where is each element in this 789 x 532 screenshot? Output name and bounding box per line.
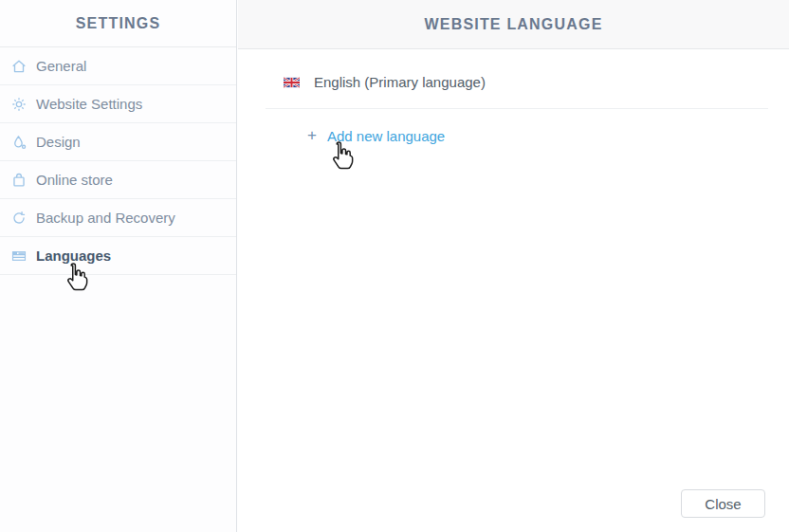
- language-row: English (Primary language): [266, 49, 768, 109]
- language-list: English (Primary language) + Add new lan…: [238, 49, 789, 145]
- paint-drop-icon: [9, 133, 28, 152]
- sidebar-item-list: General Website Settings Design Online s…: [0, 47, 236, 275]
- uk-flag-icon: [284, 77, 300, 88]
- restore-icon: [9, 209, 28, 228]
- website-language-panel: WEBSITE LANGUAGE English (Primary langua…: [238, 0, 789, 532]
- sidebar-item-label: General: [36, 58, 86, 74]
- home-icon: [9, 57, 28, 76]
- language-label: English (Primary language): [314, 74, 486, 90]
- add-new-language-link[interactable]: + Add new language: [307, 126, 768, 145]
- sidebar-item-design[interactable]: Design: [0, 123, 236, 161]
- gear-icon: [9, 95, 28, 114]
- sidebar-item-website-settings[interactable]: Website Settings: [0, 85, 236, 123]
- sidebar-item-label: Website Settings: [36, 96, 142, 112]
- shopping-bag-icon: [9, 171, 28, 190]
- plus-icon: +: [307, 126, 317, 145]
- sidebar-item-label: Languages: [36, 248, 111, 264]
- sidebar-item-label: Design: [36, 134, 81, 150]
- sidebar-item-label: Backup and Recovery: [36, 210, 175, 226]
- sidebar-item-general[interactable]: General: [0, 47, 236, 85]
- sidebar-item-online-store[interactable]: Online store: [0, 161, 236, 199]
- sidebar-item-label: Online store: [36, 172, 113, 188]
- sidebar-item-backup-and-recovery[interactable]: Backup and Recovery: [0, 199, 236, 237]
- add-new-language-label: Add new language: [327, 128, 445, 144]
- sidebar-item-languages[interactable]: Languages: [0, 237, 236, 275]
- settings-sidebar: SETTINGS General Website Settings Design…: [0, 0, 237, 532]
- close-button[interactable]: Close: [681, 489, 765, 518]
- page-title: WEBSITE LANGUAGE: [238, 0, 789, 49]
- flag-table-icon: [9, 247, 28, 266]
- sidebar-title: SETTINGS: [0, 0, 236, 47]
